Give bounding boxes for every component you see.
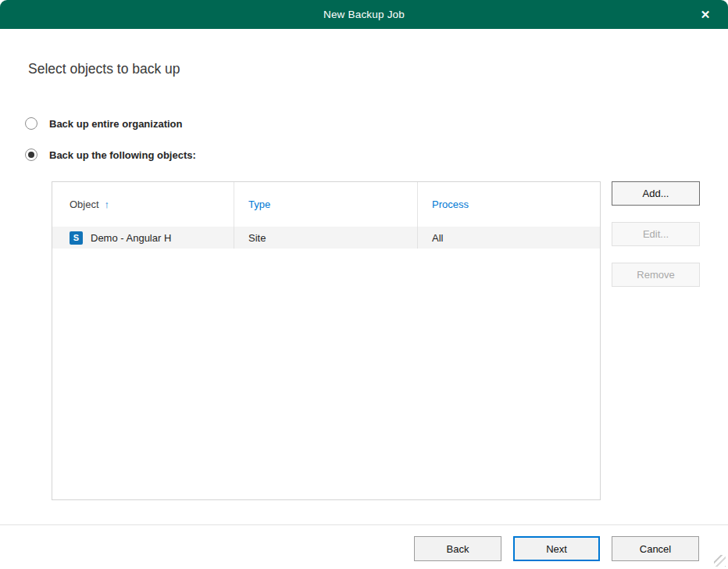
add-button[interactable]: Add... <box>612 181 700 206</box>
column-header-process-label: Process <box>432 199 469 210</box>
next-button[interactable]: Next <box>513 536 600 561</box>
cancel-button[interactable]: Cancel <box>612 536 699 561</box>
radio-backup-following-objects[interactable]: Back up the following objects: <box>25 148 196 162</box>
column-header-object-label: Object <box>70 199 99 210</box>
window-title: New Backup Job <box>323 9 405 20</box>
object-type: Site <box>248 232 266 244</box>
radio-selected-icon[interactable] <box>25 149 37 161</box>
resize-grip[interactable] <box>714 555 726 567</box>
object-process: All <box>432 232 443 244</box>
table-header-row: Object ↑ Type Process <box>52 182 600 227</box>
table-row[interactable]: S Demo - Angular H Site All <box>52 227 600 249</box>
back-button[interactable]: Back <box>414 536 501 561</box>
sharepoint-site-icon: S <box>70 231 83 245</box>
sort-ascending-icon: ↑ <box>105 199 110 210</box>
object-name: Demo - Angular H <box>91 232 171 244</box>
column-header-type-label: Type <box>248 199 270 210</box>
radio-label: Back up entire organization <box>49 118 182 130</box>
edit-button[interactable]: Edit... <box>612 222 700 246</box>
cell-type: Site <box>234 227 418 249</box>
objects-table: Object ↑ Type Process S Demo - Angular H… <box>52 181 601 500</box>
remove-button[interactable]: Remove <box>612 263 700 287</box>
column-header-type[interactable]: Type <box>234 182 418 227</box>
cell-object: S Demo - Angular H <box>52 227 234 249</box>
radio-unselected-icon[interactable] <box>25 117 37 130</box>
close-icon[interactable]: ✕ <box>695 0 716 29</box>
page-title: Select objects to back up <box>28 61 180 77</box>
new-backup-job-dialog: New Backup Job ✕ Select objects to back … <box>0 0 728 569</box>
footer-divider <box>0 524 728 525</box>
cell-process: All <box>418 227 600 249</box>
titlebar: New Backup Job ✕ <box>0 0 728 29</box>
radio-backup-entire-organization[interactable]: Back up entire organization <box>25 116 182 131</box>
radio-label: Back up the following objects: <box>49 149 196 161</box>
column-header-process[interactable]: Process <box>418 182 600 227</box>
column-header-object[interactable]: Object ↑ <box>52 182 234 227</box>
